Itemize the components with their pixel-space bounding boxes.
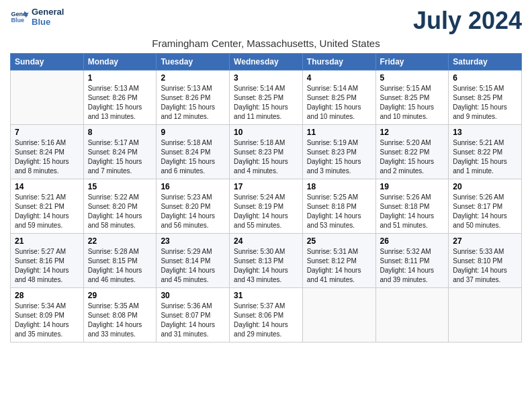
calendar-cell: 23Sunrise: 5:29 AM Sunset: 8:14 PM Dayli… — [157, 234, 230, 288]
day-number: 17 — [234, 182, 298, 191]
day-number: 13 — [453, 128, 517, 137]
day-number: 15 — [88, 182, 152, 191]
calendar-cell: 5Sunrise: 5:15 AM Sunset: 8:25 PM Daylig… — [375, 71, 449, 125]
day-detail: Sunrise: 5:35 AM Sunset: 8:08 PM Dayligh… — [88, 302, 152, 339]
day-number: 16 — [161, 182, 225, 191]
day-detail: Sunrise: 5:18 AM Sunset: 8:24 PM Dayligh… — [161, 138, 225, 176]
day-detail: Sunrise: 5:26 AM Sunset: 8:18 PM Dayligh… — [380, 193, 445, 230]
day-number: 24 — [234, 236, 298, 246]
day-detail: Sunrise: 5:17 AM Sunset: 8:24 PM Dayligh… — [88, 138, 152, 176]
calendar-cell — [449, 288, 522, 342]
day-number: 19 — [380, 182, 445, 191]
calendar-cell: 2Sunrise: 5:13 AM Sunset: 8:26 PM Daylig… — [157, 71, 230, 125]
day-detail: Sunrise: 5:15 AM Sunset: 8:25 PM Dayligh… — [453, 84, 517, 122]
calendar-cell: 24Sunrise: 5:30 AM Sunset: 8:13 PM Dayli… — [230, 234, 303, 288]
day-detail: Sunrise: 5:34 AM Sunset: 8:09 PM Dayligh… — [15, 302, 79, 339]
day-header-thursday: Thursday — [302, 54, 375, 71]
day-detail: Sunrise: 5:31 AM Sunset: 8:12 PM Dayligh… — [307, 247, 371, 285]
calendar-cell: 10Sunrise: 5:18 AM Sunset: 8:23 PM Dayli… — [230, 125, 303, 179]
day-number: 27 — [453, 236, 517, 246]
calendar-cell: 1Sunrise: 5:13 AM Sunset: 8:26 PM Daylig… — [83, 71, 157, 125]
day-number: 26 — [380, 236, 445, 246]
day-number: 8 — [88, 128, 152, 137]
day-header-wednesday: Wednesday — [230, 54, 303, 71]
calendar-week-2: 7Sunrise: 5:16 AM Sunset: 8:24 PM Daylig… — [11, 125, 522, 179]
calendar-cell: 16Sunrise: 5:23 AM Sunset: 8:20 PM Dayli… — [157, 179, 230, 234]
day-number: 21 — [15, 236, 79, 246]
day-number: 25 — [307, 236, 371, 246]
day-number: 14 — [15, 182, 79, 191]
calendar-cell: 25Sunrise: 5:31 AM Sunset: 8:12 PM Dayli… — [302, 234, 375, 288]
day-detail: Sunrise: 5:19 AM Sunset: 8:23 PM Dayligh… — [307, 138, 371, 176]
day-detail: Sunrise: 5:22 AM Sunset: 8:20 PM Dayligh… — [88, 193, 152, 230]
calendar-cell: 31Sunrise: 5:37 AM Sunset: 8:06 PM Dayli… — [230, 288, 303, 342]
day-detail: Sunrise: 5:16 AM Sunset: 8:24 PM Dayligh… — [15, 138, 79, 176]
logo-line2: Blue — [32, 17, 64, 27]
day-detail: Sunrise: 5:29 AM Sunset: 8:14 PM Dayligh… — [161, 247, 225, 285]
calendar-week-5: 28Sunrise: 5:34 AM Sunset: 8:09 PM Dayli… — [11, 288, 522, 342]
calendar-cell: 17Sunrise: 5:24 AM Sunset: 8:19 PM Dayli… — [230, 179, 303, 234]
calendar-cell: 11Sunrise: 5:19 AM Sunset: 8:23 PM Dayli… — [302, 125, 375, 179]
day-number: 29 — [88, 291, 152, 300]
logo: General Blue General Blue — [10, 7, 64, 27]
calendar-cell: 12Sunrise: 5:20 AM Sunset: 8:22 PM Dayli… — [375, 125, 449, 179]
calendar-cell: 13Sunrise: 5:21 AM Sunset: 8:22 PM Dayli… — [449, 125, 522, 179]
day-detail: Sunrise: 5:32 AM Sunset: 8:11 PM Dayligh… — [380, 247, 445, 285]
calendar-week-1: 1Sunrise: 5:13 AM Sunset: 8:26 PM Daylig… — [11, 71, 522, 125]
day-detail: Sunrise: 5:33 AM Sunset: 8:10 PM Dayligh… — [453, 247, 517, 285]
calendar-cell: 9Sunrise: 5:18 AM Sunset: 8:24 PM Daylig… — [157, 125, 230, 179]
day-detail: Sunrise: 5:30 AM Sunset: 8:13 PM Dayligh… — [234, 247, 298, 285]
day-header-saturday: Saturday — [449, 54, 522, 71]
logo-line1: General — [32, 7, 64, 17]
day-header-sunday: Sunday — [11, 54, 84, 71]
day-detail: Sunrise: 5:21 AM Sunset: 8:21 PM Dayligh… — [15, 193, 79, 230]
calendar-cell: 29Sunrise: 5:35 AM Sunset: 8:08 PM Dayli… — [83, 288, 157, 342]
calendar-cell: 18Sunrise: 5:25 AM Sunset: 8:18 PM Dayli… — [302, 179, 375, 234]
calendar-cell: 4Sunrise: 5:14 AM Sunset: 8:25 PM Daylig… — [302, 71, 375, 125]
page-header: General Blue General Blue July 2024 — [10, 7, 522, 35]
day-number: 30 — [161, 291, 225, 300]
day-number: 10 — [234, 128, 298, 137]
day-detail: Sunrise: 5:36 AM Sunset: 8:07 PM Dayligh… — [161, 302, 225, 339]
day-header-tuesday: Tuesday — [157, 54, 230, 71]
day-number: 22 — [88, 236, 152, 246]
calendar-table: SundayMondayTuesdayWednesdayThursdayFrid… — [10, 53, 522, 342]
day-detail: Sunrise: 5:13 AM Sunset: 8:26 PM Dayligh… — [161, 84, 225, 122]
calendar-week-3: 14Sunrise: 5:21 AM Sunset: 8:21 PM Dayli… — [11, 179, 522, 234]
day-number: 11 — [307, 128, 371, 137]
calendar-cell: 26Sunrise: 5:32 AM Sunset: 8:11 PM Dayli… — [375, 234, 449, 288]
day-number: 7 — [15, 128, 79, 137]
day-number: 18 — [307, 182, 371, 191]
day-detail: Sunrise: 5:14 AM Sunset: 8:25 PM Dayligh… — [234, 84, 298, 122]
logo-icon: General Blue — [10, 7, 29, 26]
day-detail: Sunrise: 5:26 AM Sunset: 8:17 PM Dayligh… — [453, 193, 517, 230]
month-title: July 2024 — [413, 7, 522, 35]
day-header-monday: Monday — [83, 54, 157, 71]
calendar-cell: 22Sunrise: 5:28 AM Sunset: 8:15 PM Dayli… — [83, 234, 157, 288]
calendar-cell: 3Sunrise: 5:14 AM Sunset: 8:25 PM Daylig… — [230, 71, 303, 125]
day-number: 6 — [453, 73, 517, 83]
calendar-cell: 27Sunrise: 5:33 AM Sunset: 8:10 PM Dayli… — [449, 234, 522, 288]
day-detail: Sunrise: 5:18 AM Sunset: 8:23 PM Dayligh… — [234, 138, 298, 176]
day-detail: Sunrise: 5:15 AM Sunset: 8:25 PM Dayligh… — [380, 84, 445, 122]
calendar-cell: 28Sunrise: 5:34 AM Sunset: 8:09 PM Dayli… — [11, 288, 84, 342]
day-detail: Sunrise: 5:23 AM Sunset: 8:20 PM Dayligh… — [161, 193, 225, 230]
location-title: Framingham Center, Massachusetts, United… — [10, 38, 522, 49]
day-number: 2 — [161, 73, 225, 83]
day-header-friday: Friday — [375, 54, 449, 71]
calendar-cell: 15Sunrise: 5:22 AM Sunset: 8:20 PM Dayli… — [83, 179, 157, 234]
calendar-cell: 8Sunrise: 5:17 AM Sunset: 8:24 PM Daylig… — [83, 125, 157, 179]
day-detail: Sunrise: 5:28 AM Sunset: 8:15 PM Dayligh… — [88, 247, 152, 285]
svg-text:Blue: Blue — [11, 17, 24, 24]
calendar-cell: 7Sunrise: 5:16 AM Sunset: 8:24 PM Daylig… — [11, 125, 84, 179]
day-number: 12 — [380, 128, 445, 137]
day-number: 28 — [15, 291, 79, 300]
day-number: 4 — [307, 73, 371, 83]
day-number: 31 — [234, 291, 298, 300]
calendar-cell: 20Sunrise: 5:26 AM Sunset: 8:17 PM Dayli… — [449, 179, 522, 234]
day-number: 20 — [453, 182, 517, 191]
day-number: 5 — [380, 73, 445, 83]
day-detail: Sunrise: 5:20 AM Sunset: 8:22 PM Dayligh… — [380, 138, 445, 176]
day-number: 3 — [234, 73, 298, 83]
calendar-week-4: 21Sunrise: 5:27 AM Sunset: 8:16 PM Dayli… — [11, 234, 522, 288]
